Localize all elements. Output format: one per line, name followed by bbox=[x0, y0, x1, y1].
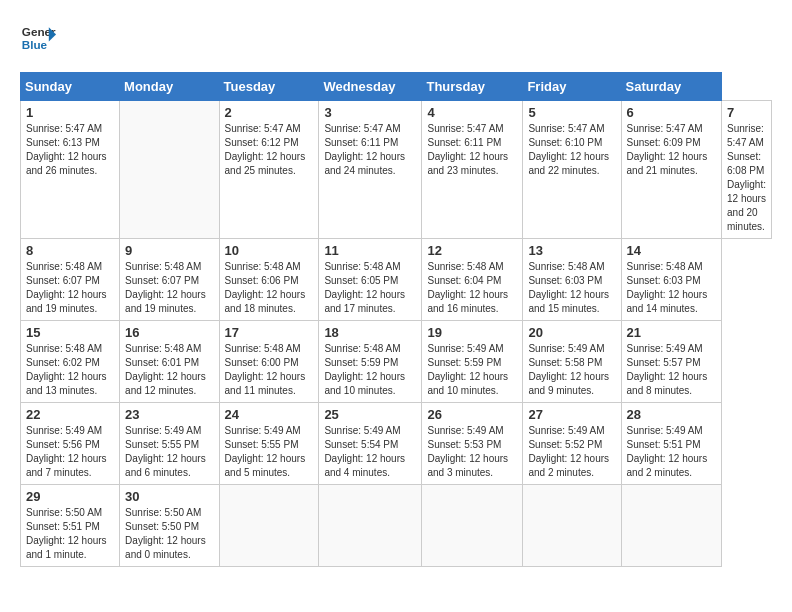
calendar-day-20: 20Sunrise: 5:49 AM Sunset: 5:58 PM Dayli… bbox=[523, 321, 621, 403]
calendar-day-4: 4Sunrise: 5:47 AM Sunset: 6:11 PM Daylig… bbox=[422, 101, 523, 239]
calendar-table: SundayMondayTuesdayWednesdayThursdayFrid… bbox=[20, 72, 772, 567]
calendar-day-21: 21Sunrise: 5:49 AM Sunset: 5:57 PM Dayli… bbox=[621, 321, 721, 403]
logo-icon: General Blue bbox=[20, 20, 56, 56]
weekday-header-friday: Friday bbox=[523, 73, 621, 101]
calendar-day-25: 25Sunrise: 5:49 AM Sunset: 5:54 PM Dayli… bbox=[319, 403, 422, 485]
calendar-day-15: 15Sunrise: 5:48 AM Sunset: 6:02 PM Dayli… bbox=[21, 321, 120, 403]
calendar-day-7: 7Sunrise: 5:47 AM Sunset: 6:08 PM Daylig… bbox=[722, 101, 772, 239]
calendar-day-29: 29Sunrise: 5:50 AM Sunset: 5:51 PM Dayli… bbox=[21, 485, 120, 567]
calendar-day-26: 26Sunrise: 5:49 AM Sunset: 5:53 PM Dayli… bbox=[422, 403, 523, 485]
calendar-day-17: 17Sunrise: 5:48 AM Sunset: 6:00 PM Dayli… bbox=[219, 321, 319, 403]
weekday-header-wednesday: Wednesday bbox=[319, 73, 422, 101]
weekday-header-sunday: Sunday bbox=[21, 73, 120, 101]
calendar-day-24: 24Sunrise: 5:49 AM Sunset: 5:55 PM Dayli… bbox=[219, 403, 319, 485]
calendar-day-2: 2Sunrise: 5:47 AM Sunset: 6:12 PM Daylig… bbox=[219, 101, 319, 239]
calendar-day-18: 18Sunrise: 5:48 AM Sunset: 5:59 PM Dayli… bbox=[319, 321, 422, 403]
weekday-header-saturday: Saturday bbox=[621, 73, 721, 101]
calendar-empty bbox=[523, 485, 621, 567]
calendar-day-10: 10Sunrise: 5:48 AM Sunset: 6:06 PM Dayli… bbox=[219, 239, 319, 321]
calendar-day-27: 27Sunrise: 5:49 AM Sunset: 5:52 PM Dayli… bbox=[523, 403, 621, 485]
calendar-day-22: 22Sunrise: 5:49 AM Sunset: 5:56 PM Dayli… bbox=[21, 403, 120, 485]
calendar-empty bbox=[319, 485, 422, 567]
calendar-day-8: 8Sunrise: 5:48 AM Sunset: 6:07 PM Daylig… bbox=[21, 239, 120, 321]
calendar-day-1: 1Sunrise: 5:47 AM Sunset: 6:13 PM Daylig… bbox=[21, 101, 120, 239]
calendar-day-5: 5Sunrise: 5:47 AM Sunset: 6:10 PM Daylig… bbox=[523, 101, 621, 239]
calendar-day-19: 19Sunrise: 5:49 AM Sunset: 5:59 PM Dayli… bbox=[422, 321, 523, 403]
calendar-day-23: 23Sunrise: 5:49 AM Sunset: 5:55 PM Dayli… bbox=[120, 403, 219, 485]
calendar-empty bbox=[621, 485, 721, 567]
page-header: General Blue bbox=[20, 20, 772, 56]
calendar-day-6: 6Sunrise: 5:47 AM Sunset: 6:09 PM Daylig… bbox=[621, 101, 721, 239]
calendar-day-12: 12Sunrise: 5:48 AM Sunset: 6:04 PM Dayli… bbox=[422, 239, 523, 321]
svg-text:Blue: Blue bbox=[22, 38, 48, 51]
calendar-day-14: 14Sunrise: 5:48 AM Sunset: 6:03 PM Dayli… bbox=[621, 239, 721, 321]
calendar-day-28: 28Sunrise: 5:49 AM Sunset: 5:51 PM Dayli… bbox=[621, 403, 721, 485]
calendar-empty bbox=[219, 485, 319, 567]
calendar-day-11: 11Sunrise: 5:48 AM Sunset: 6:05 PM Dayli… bbox=[319, 239, 422, 321]
calendar-empty bbox=[120, 101, 219, 239]
calendar-day-30: 30Sunrise: 5:50 AM Sunset: 5:50 PM Dayli… bbox=[120, 485, 219, 567]
calendar-day-13: 13Sunrise: 5:48 AM Sunset: 6:03 PM Dayli… bbox=[523, 239, 621, 321]
calendar-day-9: 9Sunrise: 5:48 AM Sunset: 6:07 PM Daylig… bbox=[120, 239, 219, 321]
logo: General Blue bbox=[20, 20, 56, 56]
calendar-day-3: 3Sunrise: 5:47 AM Sunset: 6:11 PM Daylig… bbox=[319, 101, 422, 239]
weekday-header-tuesday: Tuesday bbox=[219, 73, 319, 101]
calendar-empty bbox=[422, 485, 523, 567]
calendar-day-16: 16Sunrise: 5:48 AM Sunset: 6:01 PM Dayli… bbox=[120, 321, 219, 403]
weekday-header-monday: Monday bbox=[120, 73, 219, 101]
weekday-header-thursday: Thursday bbox=[422, 73, 523, 101]
